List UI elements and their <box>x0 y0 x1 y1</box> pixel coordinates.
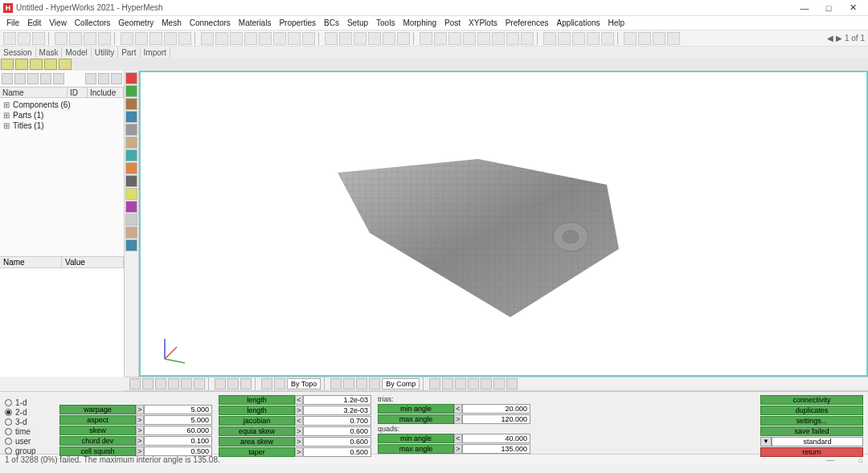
vt-icon[interactable] <box>142 378 154 389</box>
tool-icon[interactable] <box>215 32 228 45</box>
tool-icon[interactable] <box>420 32 432 45</box>
radio-time[interactable]: time <box>5 427 53 436</box>
viewport-3d[interactable] <box>139 71 868 377</box>
sym-toggle[interactable]: > <box>136 426 144 435</box>
tool-icon[interactable] <box>164 32 177 45</box>
menu-connectors[interactable]: Connectors <box>186 17 234 29</box>
quads-max-angle[interactable]: max angle <box>378 444 454 454</box>
menu-geometry[interactable]: Geometry <box>115 17 157 29</box>
menu-edit[interactable]: Edit <box>24 17 44 29</box>
browser-icon[interactable] <box>53 73 64 84</box>
tool-icon[interactable] <box>178 32 191 45</box>
tool-icon[interactable] <box>463 32 476 45</box>
tool-icon[interactable] <box>368 32 381 45</box>
sym-toggle[interactable]: > <box>295 426 303 436</box>
sym-toggle[interactable]: > <box>136 436 144 446</box>
minimize-button[interactable]: — <box>792 1 817 15</box>
check-taper[interactable]: taper <box>219 447 295 457</box>
browser-icon[interactable] <box>111 73 122 84</box>
browser-icon[interactable] <box>85 73 96 84</box>
menu-applications[interactable]: Applications <box>554 17 604 29</box>
prop-col-name[interactable]: Name <box>0 257 62 267</box>
tab-mask[interactable]: Mask <box>36 47 63 58</box>
sym-toggle[interactable]: > <box>136 405 144 414</box>
tool-icon[interactable] <box>354 32 366 45</box>
menu-xyplots[interactable]: XYPlots <box>465 17 501 29</box>
tool-icon[interactable] <box>201 32 214 45</box>
connectivity-button[interactable]: connectivity <box>760 395 863 405</box>
sym-toggle[interactable]: > <box>136 415 144 425</box>
tool-icon[interactable] <box>506 32 519 45</box>
vt-icon[interactable] <box>369 378 380 389</box>
browser-icon[interactable] <box>14 73 26 84</box>
tool-icon[interactable] <box>121 32 133 45</box>
menu-preferences[interactable]: Preferences <box>502 17 552 29</box>
vtool-icon[interactable] <box>125 98 137 110</box>
vt-icon[interactable] <box>168 378 179 389</box>
col-name[interactable]: Name <box>0 88 68 97</box>
tool-icon[interactable] <box>55 32 68 45</box>
browser-icon[interactable] <box>40 73 51 84</box>
tool-icon[interactable] <box>624 32 637 45</box>
menu-help[interactable]: Help <box>605 17 628 29</box>
col-include[interactable]: Include <box>88 88 124 97</box>
sym-toggle[interactable]: > <box>454 414 462 424</box>
tool-icon[interactable] <box>32 32 45 45</box>
tree-components[interactable]: Components (6) <box>3 100 121 110</box>
sym-toggle[interactable]: > <box>295 447 303 457</box>
tab-model[interactable]: Model <box>62 47 91 58</box>
tab-utility[interactable]: Utility <box>92 47 118 58</box>
mini-icon[interactable] <box>15 59 28 70</box>
check-area-skew[interactable]: area skew <box>219 437 295 446</box>
val-length-min[interactable]: 1.2e-03 <box>303 395 371 405</box>
browser-icon[interactable] <box>2 73 13 84</box>
tool-icon[interactable] <box>667 32 680 45</box>
vt-icon[interactable] <box>240 378 252 389</box>
browser-icon[interactable] <box>98 73 109 84</box>
tool-icon[interactable] <box>288 32 301 45</box>
vt-icon[interactable] <box>481 378 492 389</box>
sym-toggle[interactable]: > <box>295 406 303 415</box>
tool-icon[interactable] <box>3 32 16 45</box>
tree-titles[interactable]: Titles (1) <box>3 120 121 131</box>
tool-icon[interactable] <box>339 32 352 45</box>
tool-icon[interactable] <box>397 32 410 45</box>
check-warpage[interactable]: warpage <box>59 405 136 414</box>
radio-2d[interactable]: 2-d <box>5 408 53 417</box>
vt-icon[interactable] <box>261 378 272 389</box>
vt-icon[interactable] <box>227 378 239 389</box>
menu-tools[interactable]: Tools <box>373 17 398 29</box>
mini-icon[interactable] <box>30 59 43 70</box>
duplicates-button[interactable]: duplicates <box>760 406 863 415</box>
tab-session[interactable]: Session <box>0 47 36 58</box>
vtool-icon[interactable] <box>125 149 137 161</box>
menu-morphing[interactable]: Morphing <box>399 17 440 29</box>
check-jacobian[interactable]: jacobian <box>219 416 295 426</box>
mini-icon[interactable] <box>1 59 14 70</box>
sym-toggle[interactable]: > <box>454 444 462 454</box>
tool-icon[interactable] <box>601 32 614 45</box>
vt-icon[interactable] <box>356 378 367 389</box>
next-page-icon[interactable]: ▶ <box>836 34 842 43</box>
tool-icon[interactable] <box>135 32 148 45</box>
tool-icon[interactable] <box>84 32 96 45</box>
menu-setup[interactable]: Setup <box>344 17 371 29</box>
trias-max-angle[interactable]: max angle <box>378 414 454 424</box>
tool-icon[interactable] <box>558 32 571 45</box>
tool-icon[interactable] <box>477 32 490 45</box>
menu-bcs[interactable]: BCs <box>321 17 342 29</box>
vt-icon[interactable] <box>129 378 141 389</box>
tool-icon[interactable] <box>149 32 162 45</box>
tool-icon[interactable] <box>521 32 534 45</box>
close-button[interactable]: ✕ <box>841 1 865 15</box>
menu-post[interactable]: Post <box>441 17 464 29</box>
radio-1d[interactable]: 1-d <box>5 398 53 407</box>
vt-icon[interactable] <box>330 378 342 389</box>
val-skew[interactable]: 60.000 <box>144 426 212 435</box>
sym-toggle[interactable]: < <box>295 395 303 405</box>
check-skew[interactable]: skew <box>59 426 136 435</box>
val-taper[interactable]: 0.500 <box>303 447 371 457</box>
val-quads-min[interactable]: 40.000 <box>462 434 530 443</box>
col-id[interactable]: ID <box>68 88 88 97</box>
vtool-icon[interactable] <box>125 214 137 226</box>
